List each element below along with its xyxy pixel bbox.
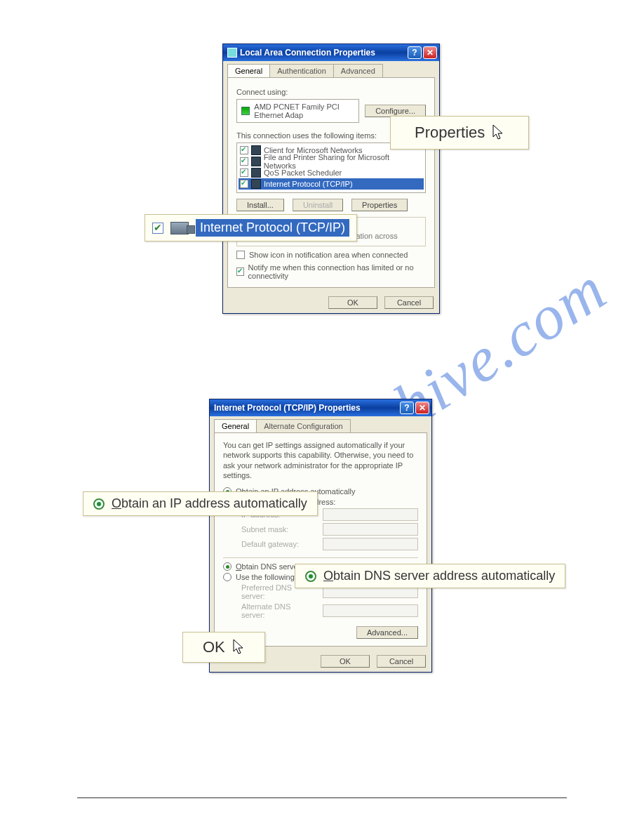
advanced-button[interactable]: Advanced... [356, 626, 418, 639]
cursor-icon [492, 124, 504, 141]
footer-divider [77, 797, 567, 798]
radio-icon [93, 498, 105, 510]
tab-general[interactable]: General [227, 64, 270, 77]
cursor-icon [232, 639, 245, 656]
callout-properties: Properties [390, 116, 529, 150]
titlebar[interactable]: Internet Protocol (TCP/IP) Properties ? … [210, 399, 431, 416]
properties-button[interactable]: Properties [351, 199, 408, 211]
list-item[interactable]: File and Printer Sharing for Microsoft N… [239, 156, 424, 167]
callout-obtain-ip: Obtain an IP address automatically [83, 491, 318, 516]
ok-button[interactable]: OK [321, 655, 370, 668]
radio-obtain-dns[interactable] [223, 562, 232, 571]
checkbox[interactable] [240, 157, 248, 166]
callout-obtain-dns: Obtain DNS server address automatically [295, 564, 565, 588]
ok-button[interactable]: OK [328, 296, 377, 309]
notify-checkbox[interactable] [236, 267, 244, 276]
callout-ok-label: OK [203, 638, 225, 656]
close-button[interactable]: ✕ [423, 46, 437, 59]
callout-tcpip: Internet Protocol (TCP/IP) [145, 214, 357, 241]
show-icon-checkbox[interactable] [236, 251, 245, 259]
notify-label: Notify me when this connection has limit… [248, 263, 426, 280]
item-label: File and Printer Sharing for Microsoft N… [264, 153, 422, 170]
uninstall-button: Uninstall [293, 199, 343, 211]
dns2-label: Alternate DNS server: [241, 602, 316, 619]
window-title: Internet Protocol (TCP/IP) Properties [214, 399, 361, 416]
item-label: Internet Protocol (TCP/IP) [264, 180, 353, 188]
help-button[interactable]: ? [408, 46, 422, 59]
service-icon [251, 157, 261, 166]
callout-ok: OK [182, 632, 265, 663]
item-label: QoS Packet Scheduler [264, 168, 342, 177]
lan-properties-window: Local Area Connection Properties ? ✕ Gen… [222, 44, 440, 314]
radio-icon [305, 571, 316, 582]
gateway-input [323, 538, 418, 550]
list-item-selected[interactable]: Internet Protocol (TCP/IP) [239, 178, 424, 190]
tab-alternate[interactable]: Alternate Configuration [256, 419, 351, 432]
radio-use-dns[interactable] [223, 573, 232, 581]
adapter-name: AMD PCNET Family PCI Ethernet Adap [254, 102, 354, 119]
tab-advanced[interactable]: Advanced [333, 64, 383, 77]
mask-input [323, 523, 418, 536]
dns2-input [323, 604, 418, 617]
tab-general[interactable]: General [214, 419, 257, 432]
adapter-icon [241, 107, 250, 115]
help-button[interactable]: ? [400, 402, 414, 414]
cancel-button[interactable]: Cancel [384, 296, 434, 309]
titlebar[interactable]: Local Area Connection Properties ? ✕ [223, 44, 439, 61]
ip-input [323, 508, 418, 521]
install-button[interactable]: Install... [236, 199, 284, 211]
network-icon [170, 222, 189, 234]
callout-obtain-ip-label: Obtain an IP address automatically [112, 496, 307, 511]
connect-using-label: Connect using: [236, 88, 426, 96]
checkbox[interactable] [240, 146, 248, 154]
checkbox[interactable] [240, 180, 248, 188]
window-icon [227, 48, 237, 58]
callout-properties-label: Properties [415, 124, 485, 142]
service-icon [251, 168, 261, 178]
show-icon-label: Show icon in notification area when conn… [249, 251, 408, 259]
gateway-label: Default gateway: [241, 540, 316, 548]
checkbox[interactable] [240, 168, 248, 177]
checkbox-icon [152, 223, 163, 234]
intro-text: You can get IP settings assigned automat… [223, 440, 418, 480]
cancel-button[interactable]: Cancel [377, 655, 426, 668]
service-icon [251, 145, 261, 155]
tab-authentication[interactable]: Authentication [269, 64, 334, 77]
close-button[interactable]: ✕ [415, 402, 429, 414]
callout-obtain-dns-label: Obtain DNS server address automatically [323, 569, 555, 583]
callout-tcpip-label: Internet Protocol (TCP/IP) [196, 219, 349, 237]
window-title: Local Area Connection Properties [240, 44, 375, 61]
mask-label: Subnet mask: [241, 525, 316, 534]
protocol-icon [251, 179, 261, 189]
items-list[interactable]: Client for Microsoft Networks File and P… [236, 143, 426, 193]
